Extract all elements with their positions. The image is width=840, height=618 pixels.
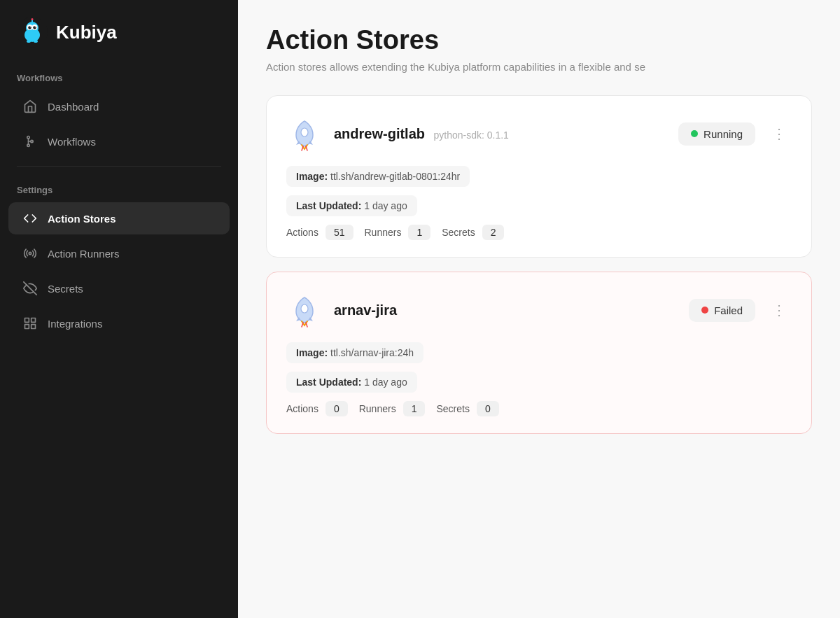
sidebar-header: Kubiya	[0, 0, 238, 62]
grid-icon	[22, 316, 38, 331]
stat-secrets-andrew-gitlab: Secrets 2	[442, 225, 504, 240]
stat-actions-andrew-gitlab: Actions 51	[286, 225, 354, 240]
card-arnav-jira: arnav-jira Failed ⋮ Image: ttl.sh/arnav-…	[266, 272, 812, 434]
card-image-row-arnav-jira: Image: ttl.sh/arnav-jira:24h	[286, 342, 792, 363]
svg-point-11	[27, 40, 31, 43]
code-icon	[22, 211, 38, 226]
updated-label-arnav-jira: Last Updated:	[296, 377, 361, 388]
status-label-andrew-gitlab: Running	[704, 128, 743, 140]
secrets-value-andrew-gitlab: 2	[482, 225, 505, 240]
page-title: Action Stores	[266, 25, 812, 55]
sidebar-item-action-stores[interactable]: Action Stores	[8, 202, 230, 234]
svg-point-18	[29, 252, 31, 254]
svg-point-10	[31, 18, 34, 20]
card-status-andrew-gitlab: Running ⋮	[678, 122, 792, 146]
svg-rect-23	[31, 325, 36, 329]
updated-label-andrew-gitlab: Last Updated:	[296, 200, 361, 211]
sidebar-divider	[17, 166, 221, 167]
sidebar-item-action-stores-label: Action Stores	[48, 213, 116, 225]
status-dot-failed-arnav-jira	[701, 307, 708, 314]
svg-point-12	[34, 40, 38, 43]
card-status-arnav-jira: Failed ⋮	[689, 299, 792, 322]
svg-line-25	[302, 146, 303, 150]
card-updated-row-arnav-jira: Last Updated: 1 day ago	[286, 372, 792, 393]
workflows-icon	[22, 134, 38, 149]
image-value-andrew-gitlab: ttl.sh/andrew-gitlab-0801:24hr	[330, 171, 460, 182]
sidebar-section-workflows: Workflows	[0, 62, 238, 89]
sidebar: Kubiya Workflows Dashboard Workflows Set…	[0, 0, 238, 618]
card-title-row-andrew-gitlab: andrew-gitlab python-sdk: 0.1.1	[286, 115, 509, 152]
rocket-icon-andrew-gitlab	[286, 115, 323, 152]
svg-point-8	[35, 27, 36, 27]
svg-rect-21	[31, 318, 36, 323]
image-pill-andrew-gitlab: Image: ttl.sh/andrew-gitlab-0801:24hr	[286, 166, 470, 187]
sidebar-item-dashboard-label: Dashboard	[48, 101, 99, 113]
card-name-arnav-jira: arnav-jira	[334, 302, 397, 318]
card-version-andrew-gitlab: python-sdk: 0.1.1	[433, 129, 508, 141]
updated-value-andrew-gitlab: 1 day ago	[364, 200, 407, 211]
home-icon	[22, 99, 38, 114]
sidebar-item-workflows-label: Workflows	[48, 136, 96, 148]
svg-point-7	[30, 27, 31, 27]
card-andrew-gitlab: andrew-gitlab python-sdk: 0.1.1 Running …	[266, 95, 812, 258]
signal-icon	[22, 246, 38, 261]
more-menu-button-andrew-gitlab[interactable]: ⋮	[766, 122, 792, 145]
status-dot-running-andrew-gitlab	[691, 130, 698, 137]
svg-line-26	[306, 146, 307, 150]
runners-value-andrew-gitlab: 1	[408, 225, 430, 240]
card-stats-arnav-jira: Actions 0 Runners 1 Secrets 0	[286, 401, 792, 416]
status-badge-andrew-gitlab: Running	[678, 122, 755, 146]
sidebar-app-title: Kubiya	[56, 22, 117, 43]
sidebar-item-workflows[interactable]: Workflows	[8, 125, 230, 157]
updated-pill-arnav-jira: Last Updated: 1 day ago	[286, 372, 417, 393]
image-label-arnav-jira: Image:	[296, 347, 328, 358]
image-label-andrew-gitlab: Image:	[296, 171, 328, 182]
eye-off-icon	[22, 281, 38, 296]
actions-label-arnav-jira: Actions	[286, 403, 318, 414]
runners-label-arnav-jira: Runners	[359, 403, 396, 414]
sidebar-item-action-runners-label: Action Runners	[48, 248, 120, 260]
svg-rect-20	[25, 318, 29, 323]
actions-value-andrew-gitlab: 51	[326, 225, 354, 240]
card-stats-andrew-gitlab: Actions 51 Runners 1 Secrets 2	[286, 225, 792, 240]
sidebar-item-secrets-label: Secrets	[48, 283, 83, 295]
rocket-icon-arnav-jira	[286, 292, 323, 328]
card-header-andrew-gitlab: andrew-gitlab python-sdk: 0.1.1 Running …	[286, 115, 792, 152]
card-name-group-arnav-jira: arnav-jira	[334, 302, 402, 318]
sidebar-section-settings: Settings	[0, 174, 238, 201]
updated-pill-andrew-gitlab: Last Updated: 1 day ago	[286, 195, 417, 216]
main-content: Action Stores Action stores allows exten…	[238, 0, 840, 618]
actions-value-arnav-jira: 0	[326, 401, 348, 416]
svg-line-28	[302, 323, 303, 327]
card-name-andrew-gitlab: andrew-gitlab	[334, 126, 425, 141]
stat-runners-andrew-gitlab: Runners 1	[365, 225, 431, 240]
svg-point-27	[301, 304, 308, 313]
actions-label-andrew-gitlab: Actions	[286, 227, 318, 238]
svg-point-5	[28, 26, 31, 29]
stat-actions-arnav-jira: Actions 0	[286, 401, 348, 416]
svg-rect-22	[25, 325, 29, 329]
svg-point-6	[33, 26, 36, 29]
image-pill-arnav-jira: Image: ttl.sh/arnav-jira:24h	[286, 342, 424, 363]
kubiya-logo-icon	[17, 17, 48, 48]
runners-label-andrew-gitlab: Runners	[365, 227, 402, 238]
secrets-value-arnav-jira: 0	[477, 401, 499, 416]
secrets-label-arnav-jira: Secrets	[436, 403, 469, 414]
sidebar-item-dashboard[interactable]: Dashboard	[8, 90, 230, 122]
svg-point-24	[301, 128, 308, 136]
page-subtitle: Action stores allows extending the Kubiy…	[266, 61, 812, 73]
sidebar-item-action-runners[interactable]: Action Runners	[8, 237, 230, 269]
sidebar-item-secrets[interactable]: Secrets	[8, 272, 230, 304]
svg-line-29	[306, 323, 307, 327]
more-menu-button-arnav-jira[interactable]: ⋮	[766, 299, 792, 321]
sidebar-item-integrations[interactable]: Integrations	[8, 307, 230, 339]
status-badge-arnav-jira: Failed	[689, 299, 755, 322]
runners-value-arnav-jira: 1	[403, 401, 426, 416]
card-image-row-andrew-gitlab: Image: ttl.sh/andrew-gitlab-0801:24hr	[286, 166, 792, 187]
card-name-version-group: andrew-gitlab python-sdk: 0.1.1	[334, 126, 509, 142]
card-header-arnav-jira: arnav-jira Failed ⋮	[286, 292, 792, 328]
sidebar-item-integrations-label: Integrations	[48, 318, 102, 330]
updated-value-arnav-jira: 1 day ago	[364, 377, 407, 388]
card-updated-row-andrew-gitlab: Last Updated: 1 day ago	[286, 195, 792, 216]
card-title-row-arnav-jira: arnav-jira	[286, 292, 402, 328]
